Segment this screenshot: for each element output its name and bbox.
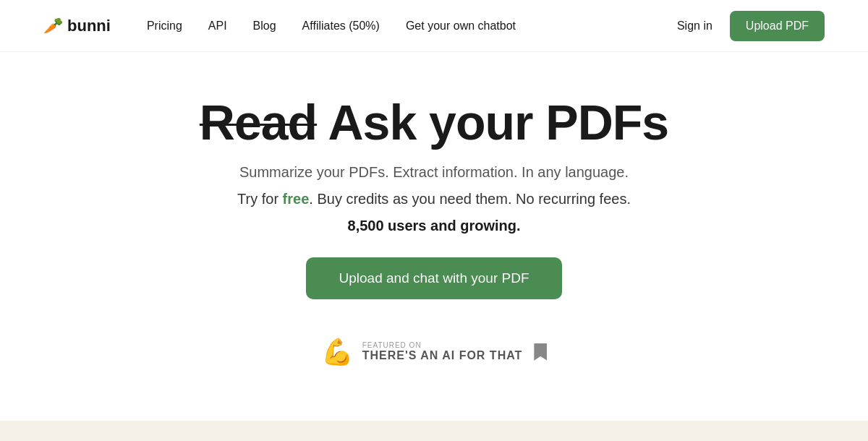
featured-badge: 💪 FEATURED ON THERE'S AN AI FOR THAT	[321, 337, 548, 367]
nav-api[interactable]: API	[208, 20, 227, 33]
hero-tagline-suffix: . Buy credits as you need them. No recur…	[309, 191, 631, 207]
nav-links: Pricing API Blog Affiliates (50%) Get yo…	[147, 20, 677, 33]
hero-subtitle: Summarize your PDFs. Extract information…	[239, 164, 629, 181]
nav-affiliates[interactable]: Affiliates (50%)	[302, 20, 380, 33]
featured-on-label: FEATURED ON	[362, 341, 422, 349]
nav-pricing[interactable]: Pricing	[147, 20, 182, 33]
logo-icon: 🥕	[43, 17, 63, 35]
hero-title-strikethrough: Read	[200, 95, 317, 150]
sign-in-button[interactable]: Sign in	[677, 20, 712, 33]
logo-text: bunni	[67, 17, 111, 35]
hero-users-count: 8,500 users and growing.	[348, 218, 521, 234]
nav-upload-button[interactable]: Upload PDF	[730, 11, 825, 41]
logo[interactable]: 🥕 bunni	[43, 17, 111, 35]
hero-title-main: Ask your PDFs	[317, 95, 668, 150]
hero-tagline-prefix: Try for	[237, 191, 283, 207]
hero-tagline: Try for free. Buy credits as you need th…	[237, 191, 631, 207]
featured-text: FEATURED ON THERE'S AN AI FOR THAT	[362, 341, 523, 362]
nav-chatbot[interactable]: Get your own chatbot	[406, 20, 516, 33]
featured-site-name: THERE'S AN AI FOR THAT	[362, 349, 523, 362]
nav-right: Sign in Upload PDF	[677, 11, 825, 41]
hero-upload-button[interactable]: Upload and chat with your PDF	[306, 257, 563, 299]
hero-title: Read Ask your PDFs	[200, 95, 668, 150]
bottom-strip	[0, 421, 868, 441]
nav-blog[interactable]: Blog	[253, 20, 276, 33]
featured-muscle-icon: 💪	[321, 337, 354, 367]
hero-section: Read Ask your PDFs Summarize your PDFs. …	[0, 52, 868, 367]
bookmark-icon	[534, 343, 547, 361]
hero-tagline-free: free	[283, 191, 310, 207]
navbar: 🥕 bunni Pricing API Blog Affiliates (50%…	[0, 0, 868, 52]
